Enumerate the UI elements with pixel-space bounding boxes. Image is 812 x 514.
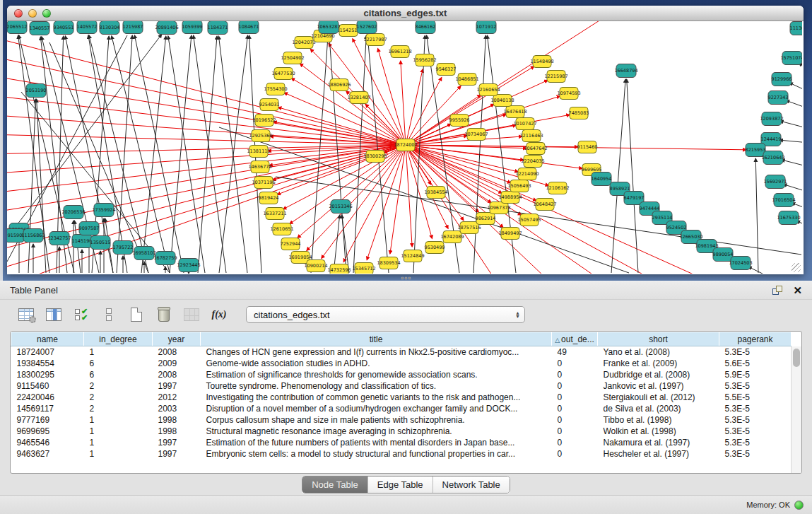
graph-edge-red[interactable] <box>406 77 442 145</box>
graph-node[interactable]: 9129966 <box>772 73 792 86</box>
graph-node[interactable]: 12217987 <box>363 34 387 46</box>
graph-node[interactable]: 1184371 <box>208 21 228 35</box>
graph-node[interactable]: 15751074 <box>780 52 802 65</box>
graph-edge-red[interactable] <box>406 136 522 145</box>
graph-node[interactable]: 1405572 <box>77 21 98 34</box>
graph-node[interactable]: 1113044 <box>790 22 802 35</box>
graph-node[interactable]: 9254031 <box>259 99 280 111</box>
graph-edge-black[interactable] <box>627 79 638 273</box>
graph-node[interactable]: 17024503 <box>729 257 752 270</box>
graph-node[interactable]: 10840138 <box>490 95 514 107</box>
graph-node[interactable]: 20206536 <box>61 206 85 219</box>
graph-node[interactable]: 12116463 <box>519 130 543 142</box>
table-row[interactable]: 1830029562008Estimation of significance … <box>11 369 792 380</box>
graph-node[interactable]: 17016504 <box>772 194 795 207</box>
graph-node[interactable]: 10647642 <box>524 143 547 155</box>
graph-node[interactable]: 15692971 <box>763 175 787 189</box>
graph-node[interactable]: 11548498 <box>530 56 553 68</box>
graph-edge-black[interactable] <box>219 35 248 273</box>
graph-node[interactable]: 16961218 <box>388 46 411 58</box>
table-row[interactable]: 911546021997Tourette syndrome. Phenomeno… <box>11 380 792 392</box>
window-minimize-button[interactable] <box>28 9 37 18</box>
graph-node[interactable]: 10974593 <box>557 88 580 100</box>
graph-edge-black[interactable] <box>780 121 802 129</box>
graph-node[interactable]: 10196522 <box>252 115 276 127</box>
scrollbar-thumb[interactable] <box>793 349 800 367</box>
graph-edge-red[interactable] <box>390 145 406 254</box>
graph-node[interactable]: 16337211 <box>263 208 286 220</box>
graph-node[interactable]: 16476418 <box>503 106 526 118</box>
graph-node[interactable]: 10653287 <box>317 21 340 34</box>
table-row[interactable]: 969969511998Structural magnetic resonanc… <box>11 426 792 437</box>
graph-node[interactable]: 10486851 <box>455 74 478 86</box>
graph-node[interactable]: 1527602 <box>357 21 377 34</box>
graph-node[interactable]: 9340551 <box>54 21 74 35</box>
graph-node[interactable]: 1059399 <box>182 21 203 34</box>
graph-node[interactable]: 9546327 <box>436 64 457 76</box>
graph-edge-red[interactable] <box>307 145 406 251</box>
graph-node[interactable]: 18499497 <box>498 228 522 240</box>
graph-node[interactable]: 1640954 <box>592 173 612 186</box>
column-header-year[interactable]: year <box>153 332 201 346</box>
graph-node[interactable]: 12925369 <box>249 130 272 142</box>
graph-node[interactable]: 12160654 <box>476 84 500 96</box>
graph-node[interactable]: 15345712 <box>352 263 375 274</box>
graph-node[interactable]: 12214090 <box>515 168 539 180</box>
close-panel-icon[interactable]: ✕ <box>793 286 802 296</box>
graph-edge-black[interactable] <box>782 160 802 167</box>
graph-node[interactable]: 14636778 <box>248 161 271 173</box>
column-header-title[interactable]: title <box>201 332 552 346</box>
graph-node[interactable]: 16958107 <box>132 247 155 260</box>
table-row[interactable]: 946554611997Estimation of the future num… <box>11 437 792 448</box>
graph-edge-black[interactable] <box>170 35 192 273</box>
graph-edge-black[interactable] <box>194 35 226 273</box>
graph-node[interactable]: 20891406 <box>155 21 178 35</box>
graph-node[interactable]: 18806926 <box>327 79 351 91</box>
tab-edge-table[interactable]: Edge Table <box>368 477 433 493</box>
graph-node[interactable]: 10107427 <box>513 118 536 130</box>
table-settings-button[interactable] <box>16 304 37 325</box>
window-zoom-button[interactable] <box>42 9 51 18</box>
graph-node[interactable]: 11675330 <box>777 211 800 225</box>
graph-node[interactable]: 15956282 <box>413 54 436 66</box>
network-canvas[interactable]: 1872400712042073125049021647753017554300… <box>7 21 802 274</box>
column-header-name[interactable]: name <box>11 332 84 346</box>
graph-node[interactable]: 10648427 <box>533 199 556 211</box>
graph-edge-black[interactable] <box>748 267 767 274</box>
column-header-out_degree[interactable]: △out_de... <box>552 332 598 346</box>
graph-edge-black[interactable] <box>28 99 35 273</box>
table-row[interactable]: 977716911998Corpus callosum shape and si… <box>11 414 792 426</box>
column-header-in_degree[interactable]: in_degree <box>84 332 153 346</box>
graph-node[interactable]: 16782759 <box>153 252 177 265</box>
graph-node[interactable]: 14988954 <box>498 192 522 204</box>
graph-node[interactable]: 1350515 <box>90 236 111 250</box>
network-window-titlebar[interactable]: citations_edges.txt <box>7 6 804 21</box>
graph-node[interactable]: 16210643 <box>761 151 784 165</box>
graph-node[interactable]: 13281407 <box>347 92 370 104</box>
table-row[interactable]: 1938455462009Genome-wide association stu… <box>11 358 792 369</box>
graph-edge-black[interactable] <box>198 36 217 273</box>
graph-node[interactable]: 9530499 <box>425 242 445 254</box>
graph-node[interactable]: 9097587 <box>79 222 100 235</box>
graph-node[interactable]: 15124849 <box>401 250 424 262</box>
table-row[interactable]: 1872400712008Changes of HCN gene express… <box>11 346 792 358</box>
graph-node[interactable]: 9862914 <box>476 213 496 225</box>
graph-edge-black[interactable] <box>168 36 205 273</box>
tab-node-table[interactable]: Node Table <box>302 477 368 493</box>
select-all-button[interactable]: ✔ ✔ <box>71 304 92 325</box>
graph-node[interactable]: 17359924 <box>92 204 115 217</box>
column-header-short[interactable]: short <box>598 332 719 346</box>
graph-node[interactable]: 10900214 <box>304 260 327 272</box>
graph-node[interactable]: 8466162 <box>416 21 436 34</box>
graph-node[interactable]: 12342757 <box>47 232 71 245</box>
show-column-button[interactable] <box>43 304 64 325</box>
graph-node[interactable]: 10967378 <box>487 202 510 214</box>
graph-node[interactable]: 9819424 <box>259 192 279 204</box>
graph-node[interactable]: 8130304 <box>100 21 120 35</box>
function-builder-button[interactable]: f(x) <box>208 304 230 325</box>
panel-splitter[interactable] <box>400 276 413 281</box>
graph-node[interactable]: 1071912 <box>476 21 497 34</box>
graph-node[interactable]: 17554300 <box>264 83 287 95</box>
float-panel-icon[interactable] <box>772 286 783 296</box>
graph-node[interactable]: 7485083 <box>569 107 589 119</box>
